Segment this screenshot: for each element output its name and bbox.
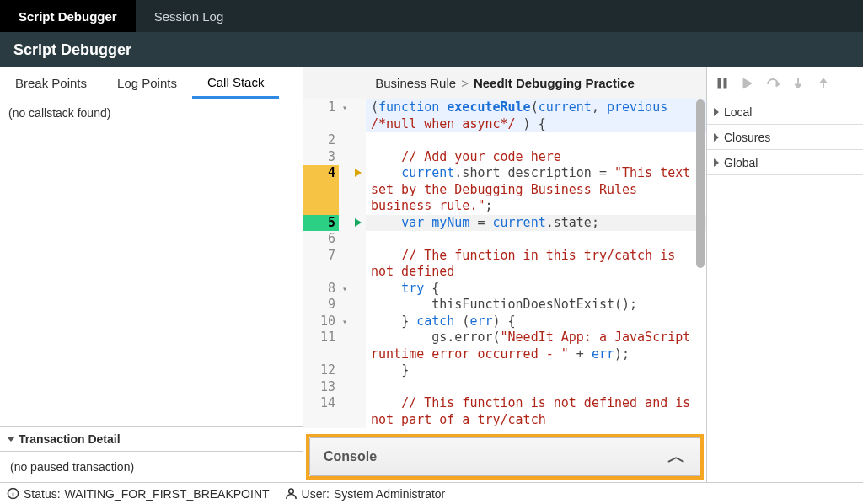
line-number[interactable]: 3 <box>303 149 339 166</box>
tab-breakpoints[interactable]: Break Points <box>0 67 102 99</box>
execution-arrow-icon <box>355 169 362 177</box>
left-tab-bar: Break Points Log Points Call Stack <box>0 67 303 99</box>
line-number[interactable]: 12 <box>303 362 339 379</box>
svg-rect-1 <box>724 78 726 88</box>
resume-button[interactable] <box>741 77 754 90</box>
step-into-button[interactable] <box>791 77 805 90</box>
page-title: Script Debugger <box>0 32 863 67</box>
tab-logpoints[interactable]: Log Points <box>102 67 192 99</box>
breadcrumb: Business Rule > NeedIt Debugging Practic… <box>303 67 706 99</box>
scrollbar-thumb[interactable] <box>696 99 705 268</box>
execution-arrow-icon <box>355 218 362 227</box>
step-out-button[interactable] <box>817 77 830 90</box>
step-over-button[interactable] <box>766 77 780 90</box>
breadcrumb-type: Business Rule <box>375 76 456 90</box>
console-toggle[interactable]: Console ︿ <box>309 437 700 476</box>
user-icon <box>285 487 297 500</box>
line-number[interactable]: 1 <box>303 99 339 132</box>
status-segment: Status: WAITING_FOR_FIRST_BREAKPOINT <box>7 487 270 501</box>
right-panel: Local Closures Global <box>707 67 863 482</box>
debug-controls <box>707 67 863 99</box>
svg-marker-3 <box>776 82 780 87</box>
callstack-empty-message: (no callstack found) <box>0 99 303 426</box>
left-panel: Break Points Log Points Call Stack (no c… <box>0 67 303 482</box>
tab-session-log[interactable]: Session Log <box>136 0 243 32</box>
line-number[interactable]: 9 <box>303 297 339 314</box>
status-label: Status: <box>24 487 61 501</box>
transaction-detail-header[interactable]: Transaction Detail <box>0 426 303 452</box>
scope-local[interactable]: Local <box>707 99 863 125</box>
scope-global[interactable]: Global <box>707 150 863 175</box>
status-value: WAITING_FOR_FIRST_BREAKPOINT <box>65 487 270 501</box>
caret-right-icon <box>714 133 719 142</box>
line-number[interactable]: 13 <box>303 379 339 396</box>
line-number[interactable]: 14 <box>303 395 339 428</box>
svg-marker-7 <box>820 78 827 83</box>
user-segment: User: System Administrator <box>285 487 446 501</box>
transaction-detail-label: Transaction Detail <box>19 432 121 446</box>
code-editor[interactable]: 1▾ (function executeRule(current, previo… <box>303 99 706 434</box>
console-label: Console <box>324 449 377 464</box>
user-value: System Administrator <box>334 487 445 501</box>
svg-point-10 <box>13 490 14 491</box>
breakpoint-line[interactable]: 4 <box>303 165 339 215</box>
line-number[interactable]: 7 <box>303 248 339 281</box>
caret-right-icon <box>714 108 719 116</box>
pause-button[interactable] <box>716 77 729 90</box>
tab-callstack[interactable]: Call Stack <box>192 67 280 99</box>
scope-closures[interactable]: Closures <box>707 125 863 150</box>
line-number[interactable]: 2 <box>303 132 339 149</box>
info-icon <box>7 487 19 500</box>
svg-marker-2 <box>743 78 752 88</box>
breadcrumb-name: NeedIt Debugging Practice <box>474 76 635 90</box>
line-number[interactable]: 10 <box>303 314 339 330</box>
line-number[interactable]: 6 <box>303 231 339 248</box>
breadcrumb-sep: > <box>461 76 469 90</box>
user-label: User: <box>302 487 330 501</box>
transaction-detail-empty: (no paused transaction) <box>0 452 303 482</box>
chevron-up-icon: ︿ <box>667 444 686 469</box>
tab-script-debugger[interactable]: Script Debugger <box>0 0 136 32</box>
svg-marker-5 <box>795 84 801 88</box>
status-bar: Status: WAITING_FOR_FIRST_BREAKPOINT Use… <box>0 482 863 504</box>
svg-rect-0 <box>718 78 721 88</box>
line-number[interactable]: 11 <box>303 330 339 362</box>
line-number[interactable]: 8 <box>303 281 339 298</box>
center-panel: Business Rule > NeedIt Debugging Practic… <box>303 67 707 482</box>
breakpoint-line[interactable]: 5 <box>303 215 339 232</box>
top-tab-bar: Script Debugger Session Log <box>0 0 863 32</box>
caret-right-icon <box>714 158 719 167</box>
caret-down-icon <box>7 437 15 442</box>
svg-point-11 <box>288 489 293 494</box>
